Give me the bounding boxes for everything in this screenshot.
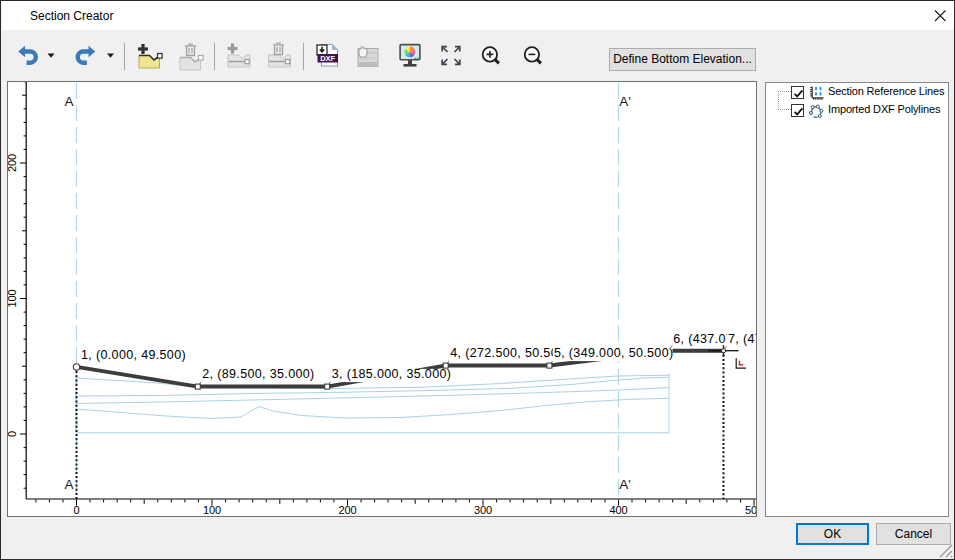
svg-text:4, (272.500, 50.500): 4, (272.500, 50.500) [450,346,570,360]
svg-text:A': A' [619,477,631,492]
svg-text:3, (185.000, 35.000): 3, (185.000, 35.000) [332,367,452,381]
svg-text:0: 0 [74,504,80,516]
svg-text:100: 100 [203,504,221,516]
svg-text:1, (0.000, 49.500): 1, (0.000, 49.500) [81,348,186,362]
svg-text:2, (89.500, 35.000): 2, (89.500, 35.000) [202,367,314,381]
svg-text:200: 200 [339,504,357,516]
svg-text:500: 500 [745,504,763,516]
svg-text:A': A' [619,94,631,109]
svg-text:5, (349.000, 50.500): 5, (349.000, 50.500) [554,346,674,360]
svg-text:400: 400 [610,504,628,516]
svg-text:A: A [65,94,74,109]
svg-text:300: 300 [474,504,492,516]
svg-text:A: A [65,477,74,492]
